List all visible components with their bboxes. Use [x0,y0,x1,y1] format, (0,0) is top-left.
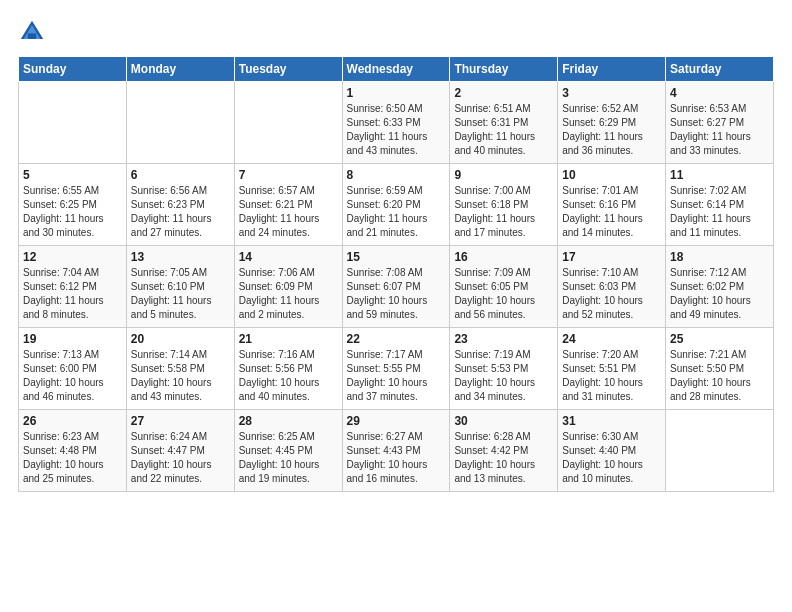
day-number: 3 [562,86,661,100]
weekday-header-cell: Monday [126,57,234,82]
calendar-cell: 23Sunrise: 7:19 AM Sunset: 5:53 PM Dayli… [450,328,558,410]
weekday-header-cell: Tuesday [234,57,342,82]
day-number: 13 [131,250,230,264]
day-info: Sunrise: 6:28 AM Sunset: 4:42 PM Dayligh… [454,430,553,486]
page: SundayMondayTuesdayWednesdayThursdayFrid… [0,0,792,502]
calendar-cell: 21Sunrise: 7:16 AM Sunset: 5:56 PM Dayli… [234,328,342,410]
day-info: Sunrise: 7:20 AM Sunset: 5:51 PM Dayligh… [562,348,661,404]
calendar-cell: 19Sunrise: 7:13 AM Sunset: 6:00 PM Dayli… [19,328,127,410]
day-info: Sunrise: 6:30 AM Sunset: 4:40 PM Dayligh… [562,430,661,486]
calendar-week-row: 5Sunrise: 6:55 AM Sunset: 6:25 PM Daylig… [19,164,774,246]
weekday-header-row: SundayMondayTuesdayWednesdayThursdayFrid… [19,57,774,82]
calendar-cell [666,410,774,492]
day-info: Sunrise: 6:23 AM Sunset: 4:48 PM Dayligh… [23,430,122,486]
day-number: 4 [670,86,769,100]
day-info: Sunrise: 6:50 AM Sunset: 6:33 PM Dayligh… [347,102,446,158]
day-number: 5 [23,168,122,182]
calendar-cell: 25Sunrise: 7:21 AM Sunset: 5:50 PM Dayli… [666,328,774,410]
calendar-cell: 27Sunrise: 6:24 AM Sunset: 4:47 PM Dayli… [126,410,234,492]
day-number: 1 [347,86,446,100]
day-info: Sunrise: 7:16 AM Sunset: 5:56 PM Dayligh… [239,348,338,404]
day-info: Sunrise: 6:57 AM Sunset: 6:21 PM Dayligh… [239,184,338,240]
calendar-week-row: 12Sunrise: 7:04 AM Sunset: 6:12 PM Dayli… [19,246,774,328]
calendar-cell: 18Sunrise: 7:12 AM Sunset: 6:02 PM Dayli… [666,246,774,328]
day-info: Sunrise: 6:55 AM Sunset: 6:25 PM Dayligh… [23,184,122,240]
day-info: Sunrise: 7:08 AM Sunset: 6:07 PM Dayligh… [347,266,446,322]
day-info: Sunrise: 7:17 AM Sunset: 5:55 PM Dayligh… [347,348,446,404]
day-number: 23 [454,332,553,346]
day-number: 16 [454,250,553,264]
weekday-header-cell: Saturday [666,57,774,82]
day-number: 31 [562,414,661,428]
calendar-cell: 4Sunrise: 6:53 AM Sunset: 6:27 PM Daylig… [666,82,774,164]
header [18,18,774,46]
day-info: Sunrise: 6:52 AM Sunset: 6:29 PM Dayligh… [562,102,661,158]
weekday-header-cell: Thursday [450,57,558,82]
weekday-header-cell: Wednesday [342,57,450,82]
calendar-cell: 8Sunrise: 6:59 AM Sunset: 6:20 PM Daylig… [342,164,450,246]
day-number: 2 [454,86,553,100]
calendar-cell: 2Sunrise: 6:51 AM Sunset: 6:31 PM Daylig… [450,82,558,164]
calendar-week-row: 1Sunrise: 6:50 AM Sunset: 6:33 PM Daylig… [19,82,774,164]
day-info: Sunrise: 6:53 AM Sunset: 6:27 PM Dayligh… [670,102,769,158]
calendar-cell: 3Sunrise: 6:52 AM Sunset: 6:29 PM Daylig… [558,82,666,164]
day-info: Sunrise: 7:01 AM Sunset: 6:16 PM Dayligh… [562,184,661,240]
day-info: Sunrise: 6:27 AM Sunset: 4:43 PM Dayligh… [347,430,446,486]
calendar-cell: 24Sunrise: 7:20 AM Sunset: 5:51 PM Dayli… [558,328,666,410]
day-number: 28 [239,414,338,428]
day-number: 9 [454,168,553,182]
day-number: 8 [347,168,446,182]
day-number: 24 [562,332,661,346]
calendar-cell: 6Sunrise: 6:56 AM Sunset: 6:23 PM Daylig… [126,164,234,246]
day-number: 22 [347,332,446,346]
calendar-cell: 17Sunrise: 7:10 AM Sunset: 6:03 PM Dayli… [558,246,666,328]
day-info: Sunrise: 7:06 AM Sunset: 6:09 PM Dayligh… [239,266,338,322]
day-number: 10 [562,168,661,182]
day-info: Sunrise: 7:21 AM Sunset: 5:50 PM Dayligh… [670,348,769,404]
calendar-cell [126,82,234,164]
day-number: 12 [23,250,122,264]
calendar-table: SundayMondayTuesdayWednesdayThursdayFrid… [18,56,774,492]
logo-icon [18,18,46,46]
calendar-cell [19,82,127,164]
calendar-cell: 1Sunrise: 6:50 AM Sunset: 6:33 PM Daylig… [342,82,450,164]
calendar-cell: 11Sunrise: 7:02 AM Sunset: 6:14 PM Dayli… [666,164,774,246]
day-info: Sunrise: 7:12 AM Sunset: 6:02 PM Dayligh… [670,266,769,322]
calendar-cell: 14Sunrise: 7:06 AM Sunset: 6:09 PM Dayli… [234,246,342,328]
day-info: Sunrise: 7:13 AM Sunset: 6:00 PM Dayligh… [23,348,122,404]
day-number: 6 [131,168,230,182]
day-number: 17 [562,250,661,264]
day-info: Sunrise: 7:19 AM Sunset: 5:53 PM Dayligh… [454,348,553,404]
day-info: Sunrise: 6:24 AM Sunset: 4:47 PM Dayligh… [131,430,230,486]
day-number: 18 [670,250,769,264]
calendar-week-row: 19Sunrise: 7:13 AM Sunset: 6:00 PM Dayli… [19,328,774,410]
day-info: Sunrise: 7:10 AM Sunset: 6:03 PM Dayligh… [562,266,661,322]
calendar-week-row: 26Sunrise: 6:23 AM Sunset: 4:48 PM Dayli… [19,410,774,492]
day-info: Sunrise: 7:14 AM Sunset: 5:58 PM Dayligh… [131,348,230,404]
calendar-cell: 22Sunrise: 7:17 AM Sunset: 5:55 PM Dayli… [342,328,450,410]
calendar-cell: 13Sunrise: 7:05 AM Sunset: 6:10 PM Dayli… [126,246,234,328]
day-number: 20 [131,332,230,346]
day-info: Sunrise: 6:56 AM Sunset: 6:23 PM Dayligh… [131,184,230,240]
day-info: Sunrise: 7:00 AM Sunset: 6:18 PM Dayligh… [454,184,553,240]
calendar-cell: 30Sunrise: 6:28 AM Sunset: 4:42 PM Dayli… [450,410,558,492]
calendar-cell: 10Sunrise: 7:01 AM Sunset: 6:16 PM Dayli… [558,164,666,246]
day-info: Sunrise: 7:04 AM Sunset: 6:12 PM Dayligh… [23,266,122,322]
day-number: 11 [670,168,769,182]
day-number: 30 [454,414,553,428]
calendar-cell: 28Sunrise: 6:25 AM Sunset: 4:45 PM Dayli… [234,410,342,492]
calendar-cell: 7Sunrise: 6:57 AM Sunset: 6:21 PM Daylig… [234,164,342,246]
calendar-cell: 29Sunrise: 6:27 AM Sunset: 4:43 PM Dayli… [342,410,450,492]
day-number: 7 [239,168,338,182]
calendar-cell [234,82,342,164]
calendar-cell: 9Sunrise: 7:00 AM Sunset: 6:18 PM Daylig… [450,164,558,246]
calendar-cell: 26Sunrise: 6:23 AM Sunset: 4:48 PM Dayli… [19,410,127,492]
day-number: 15 [347,250,446,264]
day-number: 14 [239,250,338,264]
day-number: 29 [347,414,446,428]
calendar-cell: 16Sunrise: 7:09 AM Sunset: 6:05 PM Dayli… [450,246,558,328]
day-number: 25 [670,332,769,346]
day-info: Sunrise: 6:59 AM Sunset: 6:20 PM Dayligh… [347,184,446,240]
day-number: 27 [131,414,230,428]
day-number: 21 [239,332,338,346]
